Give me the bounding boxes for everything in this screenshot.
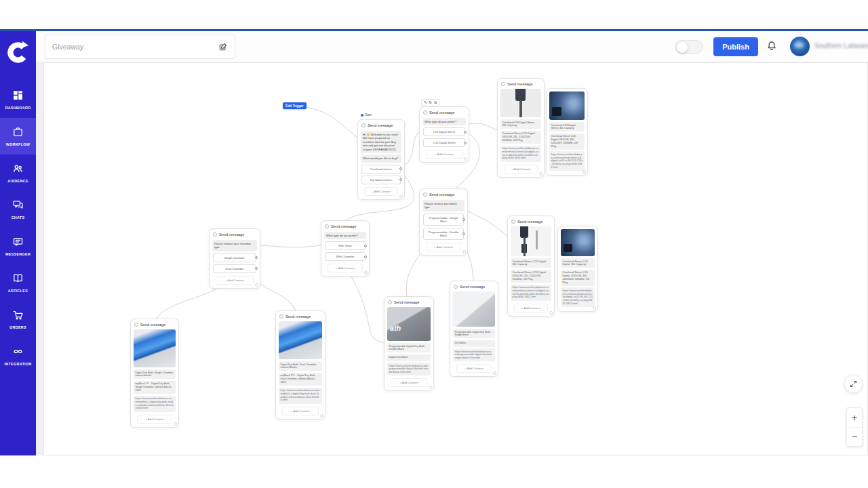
sidebar-item-integration[interactable]: INTEGRATION	[0, 338, 36, 374]
notifications-bell-icon[interactable]	[766, 40, 778, 52]
sidebar-item-workflow[interactable]: WORKFLOW	[0, 118, 36, 155]
flow-node-lcd-stirrer-card-1[interactable]: Send messageOverhead Stirrer, LCD Digita…	[507, 216, 555, 317]
product-card: Programmable Digital Dry Bath, Double Bl…	[387, 307, 431, 375]
add-content-button[interactable]: + Add Content	[391, 378, 427, 387]
sidebar-item-label: ARTICLES	[8, 289, 28, 293]
sidebar-item-audience[interactable]: AUDIENCE	[0, 155, 36, 191]
node-resize-handle[interactable]	[583, 170, 586, 174]
connector-handle[interactable]	[464, 131, 467, 134]
flow-node-lts-stirrer-card-2[interactable]: Overhead LTS Digital Stirrer, 40L Capaci…	[546, 88, 588, 176]
node-resize-handle[interactable]	[174, 422, 177, 426]
app-logo[interactable]	[5, 39, 31, 64]
connector-handle[interactable]	[464, 142, 467, 144]
connector-handle[interactable]	[399, 178, 402, 181]
product-image	[561, 229, 595, 256]
sidebar-item-articles[interactable]: ARTICLES	[0, 264, 36, 301]
publish-button[interactable]: Publish	[713, 37, 758, 56]
app-window: DASHBOARDWORKFLOWAUDIENCECHATSMESSENGERA…	[0, 0, 868, 488]
flow-node-myblock-dual[interactable]: Send messageDigital Dry Bath, Dual Chamb…	[275, 310, 326, 420]
quick-reply-button[interactable]: Programmable - Single Block	[423, 214, 464, 226]
node-resize-handle[interactable]	[255, 283, 258, 287]
add-content-button[interactable]: + Add Content	[282, 407, 319, 415]
connector-handle[interactable]	[399, 167, 402, 170]
flow-node-chamber-type[interactable]: Send messagePlease choose your chamber t…	[209, 228, 260, 289]
sidebar-item-messenger[interactable]: MESSENGER	[0, 228, 36, 264]
node-resize-handle[interactable]	[320, 414, 323, 418]
zoom-in-button[interactable]: +	[847, 408, 862, 428]
flow-node-block-type[interactable]: Send messagePlease choose your block typ…	[419, 188, 468, 256]
workflow-title-value: Giveaway	[52, 43, 83, 51]
add-content-button[interactable]: + Add Content	[328, 264, 363, 272]
dashboard-icon	[12, 89, 24, 104]
connector-handle[interactable]	[364, 245, 367, 247]
sidebar-item-label: DASHBOARD	[5, 106, 31, 110]
add-content-button[interactable]: + Add Content	[137, 415, 172, 424]
sidebar-item-dashboard[interactable]: DASHBOARD	[0, 81, 36, 118]
add-content-button[interactable]: + Add Content	[216, 276, 254, 285]
node-resize-handle[interactable]	[539, 172, 542, 176]
node-resize-handle[interactable]	[493, 371, 496, 375]
connector-handle[interactable]	[255, 256, 258, 259]
flow-node-prog-double-block[interactable]: Send messageProgrammable Digital Dry Bat…	[384, 296, 434, 391]
add-content-button[interactable]: + Add Content	[426, 243, 461, 251]
edit-trigger-badge[interactable]: Edit Trigger	[283, 102, 307, 109]
refresh-node-icon[interactable]: ↻	[429, 100, 433, 105]
flow-node-myblock-single[interactable]: Send messageDigital Dry Bath, Single Cha…	[130, 319, 179, 428]
node-resize-handle[interactable]	[462, 250, 466, 253]
flow-node-prog-single-block[interactable]: Send messageProgrammable Digital Dry Bat…	[450, 281, 498, 377]
add-content-button[interactable]: + Add Content	[514, 304, 548, 312]
node-resize-handle[interactable]	[464, 157, 467, 161]
quick-reply-button[interactable]: LTS Digital Stirrer	[423, 127, 465, 136]
node-header-label: Send message	[429, 110, 454, 115]
sidebar-item-orders[interactable]: ORDERS	[0, 301, 36, 338]
quick-reply-button[interactable]: Overhead stirrers	[361, 165, 401, 174]
quick-reply-button[interactable]: Programmable - Double Block	[423, 228, 464, 240]
connector-handle[interactable]	[462, 218, 465, 221]
add-content-button[interactable]: + Add Content	[456, 364, 492, 373]
quick-reply-button[interactable]: With Timer	[325, 241, 366, 250]
flow-node-stirrer-type[interactable]: ✎↻⧉Send messageWhat type do you prefer?L…	[419, 106, 469, 163]
connector-handle[interactable]	[255, 267, 258, 270]
flow-node-welcome[interactable]: StartSend messageHi 👋 Welcome to our sto…	[357, 119, 405, 200]
message-text: Please choose your block type	[422, 200, 465, 211]
node-header: Send message	[387, 299, 431, 306]
connector-handle[interactable]	[462, 232, 465, 235]
quick-reply-button[interactable]: Dry block heaters	[361, 176, 401, 184]
flow-node-lcd-stirrer-card-2[interactable]: Overhead Stirrer, LCD Digital, 40L Capac…	[557, 226, 598, 312]
account-avatar[interactable]	[790, 37, 810, 56]
node-type-icon	[501, 82, 505, 86]
publish-toggle[interactable]	[675, 40, 703, 54]
node-resize-handle[interactable]	[429, 386, 432, 389]
product-subtitle: Overhead Stirrer, LCD Digital, US20-90, …	[561, 270, 595, 286]
sidebar-item-chats[interactable]: CHATS	[0, 191, 36, 228]
product-subtitle: Dry Baths	[453, 340, 495, 347]
zoom-out-button[interactable]: −	[847, 428, 862, 447]
node-resize-handle[interactable]	[593, 306, 596, 310]
message-text: What type do you prefer?	[422, 118, 466, 125]
flow-node-bath-type[interactable]: Send messageWhat type do you prefer?With…	[321, 220, 370, 277]
workflow-title-input[interactable]: Giveaway	[45, 35, 235, 59]
flow-node-lts-stirrer-card-1[interactable]: Send messageOverhead LTS Digital Stirrer…	[497, 78, 545, 178]
node-header: Send message	[452, 283, 496, 291]
quick-reply-button[interactable]: Single Chamber	[213, 253, 256, 262]
node-resize-handle[interactable]	[549, 311, 553, 314]
product-card: Overhead Stirrer, LCD Digital, 20L Capac…	[511, 226, 551, 301]
connector-handle[interactable]	[364, 256, 367, 258]
product-image	[387, 307, 431, 341]
product-title: Overhead LTS Digital Stirrer, 20L Capaci…	[500, 119, 541, 129]
edit-title-icon[interactable]	[218, 42, 228, 52]
node-type-icon	[388, 300, 392, 304]
node-type-icon	[213, 232, 217, 237]
quick-reply-button[interactable]: With Chamber	[325, 252, 366, 261]
quick-reply-button[interactable]: LCD Digital Stirrer	[423, 138, 465, 147]
quick-reply-button[interactable]: Dual Chamber	[213, 264, 256, 273]
add-content-button[interactable]: + Add Content	[504, 165, 538, 174]
add-content-button[interactable]: + Add Content	[426, 150, 462, 159]
add-content-button[interactable]: + Add Content	[364, 187, 398, 196]
fit-view-button[interactable]	[844, 375, 863, 393]
product-url: https://www.southernlabware.com/myblock-…	[134, 396, 176, 412]
duplicate-node-icon[interactable]: ⧉	[434, 100, 437, 105]
node-resize-handle[interactable]	[364, 271, 368, 274]
node-resize-handle[interactable]	[399, 195, 403, 198]
edit-node-icon[interactable]: ✎	[424, 100, 427, 105]
